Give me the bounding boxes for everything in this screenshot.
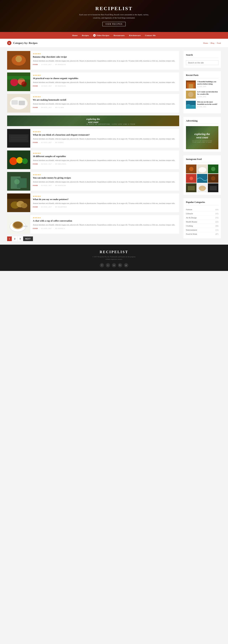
page-3-button[interactable]: 3 <box>18 236 23 241</box>
post-excerpt: Aenean interdum arcu blandit, vehicula m… <box>33 224 177 226</box>
instagram-cell[interactable] <box>208 174 218 183</box>
page-2-button[interactable]: 2 <box>13 236 17 241</box>
post-title[interactable]: You can make money by giving recipes <box>33 176 177 180</box>
category-item[interactable]: Food & Drink (87) <box>186 232 218 236</box>
breadcrumb-home[interactable]: Home <box>203 42 208 44</box>
instagram-cell[interactable] <box>197 183 207 192</box>
post-meta: FOOD / 09 JULY, 2017 / BY CLARA <box>33 106 177 108</box>
recent-post-title[interactable]: Did you see the most beautiful sea in th… <box>197 101 218 105</box>
advert-box[interactable]: exploring thewest coast 30 DAYS OF ADVEN… <box>186 126 218 149</box>
post-thumbnail <box>7 129 30 148</box>
post-author: BY CLARA <box>55 106 64 108</box>
nav-kitchenware[interactable]: Kitchenware <box>129 34 141 36</box>
instagram-grid <box>186 164 218 192</box>
instagram-cell[interactable] <box>208 183 218 192</box>
ad-banner-text: exploring thewest coast <box>86 118 100 124</box>
recent-post-thumbnail <box>186 90 196 98</box>
post-category: FOOD <box>33 64 38 66</box>
instagram-cell[interactable] <box>186 174 196 183</box>
nav-home[interactable]: Home <box>72 34 78 36</box>
instagram-cell[interactable] <box>186 183 196 192</box>
svg-point-48 <box>211 167 215 171</box>
next-page-button[interactable]: Next <box>23 236 33 241</box>
instagram-cell[interactable] <box>197 174 207 183</box>
post-title[interactable]: We are making homemade ravioli <box>33 98 177 102</box>
post-card: ★★★★★ 10 different samples of vegetables… <box>7 150 179 169</box>
page-1-button[interactable]: 1 <box>7 236 12 241</box>
instagram-cell[interactable] <box>208 164 218 174</box>
twitter-icon[interactable]: t <box>106 263 110 267</box>
ad-banner[interactable]: exploring thewest coast 30 DAYS OF ADVEN… <box>7 116 179 126</box>
instagram-cell[interactable] <box>186 164 196 174</box>
instagram-icon[interactable]: o <box>112 263 116 267</box>
footer-social: f t o G+ p <box>4 263 224 267</box>
nav-restaurants[interactable]: Restaurants <box>114 34 125 36</box>
google-plus-icon[interactable]: G+ <box>118 263 122 267</box>
post-title[interactable]: 10 different samples of vegetables <box>33 155 177 158</box>
main-navigation: Home Recipes ▶ Video Recipes Restaurants… <box>0 32 228 39</box>
post-title[interactable]: Banana-chip chocolate cake recipe <box>33 56 177 58</box>
category-title: Category by: Recipes <box>13 42 38 44</box>
breadcrumb: Home / Blog / Food <box>203 42 221 44</box>
nav-contact-me[interactable]: Contact Me <box>145 34 156 36</box>
category-item[interactable]: Clothing (66) <box>186 224 218 228</box>
search-input[interactable] <box>186 60 218 65</box>
post-meta: FOOD / 01 JULY, 2017 / BY JESSICA <box>33 228 177 229</box>
category-item[interactable]: Art & Design (31) <box>186 216 218 220</box>
pagination: 1 2 3 Next <box>7 236 179 241</box>
svg-point-18 <box>10 157 17 165</box>
category-item[interactable]: Health Beauty (22) <box>186 220 218 224</box>
pinterest-icon[interactable]: p <box>124 263 128 267</box>
post-date: 09 JULY, 2017 <box>41 106 52 108</box>
post-meta: FOOD / 10 JULY, 2017 / BY MATILDA <box>33 85 177 87</box>
post-rating: ★★★★★ <box>33 174 177 176</box>
post-title[interactable]: What do you think of a luxurious and ele… <box>33 134 177 136</box>
recent-post-title[interactable]: 5 Beautiful buildings you need to before… <box>197 80 218 85</box>
post-thumbnail <box>7 194 30 212</box>
post-author: BY JENNY <box>55 142 64 143</box>
breadcrumb-bar: R Category by: Recipes Home / Blog / Foo… <box>0 39 228 48</box>
post-title[interactable]: A chat with a cup of coffee conversation <box>33 220 177 222</box>
search-widget: Search <box>183 51 221 68</box>
post-excerpt: Aenean interdum arcu blandit, vehicula m… <box>33 138 177 140</box>
category-name: Health Beauty <box>186 221 197 223</box>
svg-point-58 <box>199 186 206 191</box>
svg-point-46 <box>198 167 206 172</box>
category-name: Clothing <box>186 225 193 227</box>
svg-rect-7 <box>7 76 30 80</box>
post-card: ★★★★★ A chat with a cup of coffee conver… <box>7 215 179 234</box>
recent-post-item: 5 Beautiful buildings you need to before… <box>186 80 218 88</box>
post-title[interactable]: 10 practical ways to choose organic vege… <box>33 77 177 80</box>
svg-point-40 <box>188 92 193 97</box>
post-content: ★★★★★ We are making homemade ravioli Aen… <box>30 94 179 110</box>
recent-post-info: 5 Beautiful buildings you need to before… <box>197 80 218 88</box>
category-count: (31) <box>215 217 218 219</box>
category-name: Lifestyle <box>186 212 193 214</box>
nav-recipes[interactable]: Recipes <box>82 34 89 36</box>
view-recipes-button[interactable]: VIEW RECIPES <box>102 22 126 26</box>
main-layout: ★★★★★ Banana-chip chocolate cake recipe … <box>0 48 228 245</box>
popular-categories-widget: Popular Categories Fahsion (21) Lifestyl… <box>183 198 221 238</box>
post-rating: ★★★★★ <box>33 96 177 98</box>
instagram-cell[interactable] <box>197 164 207 174</box>
post-card: ★★★★★ You can make money by giving recip… <box>7 172 179 190</box>
recent-posts-title: Recent Posts <box>186 74 218 78</box>
category-name: Art & Design <box>186 216 197 219</box>
category-count: (66) <box>215 225 218 227</box>
recent-post-title[interactable]: Let's make an introduction for creative … <box>197 90 218 95</box>
breadcrumb-blog[interactable]: Blog <box>210 42 214 44</box>
category-item[interactable]: Lifestyle (15) <box>186 212 218 216</box>
svg-rect-21 <box>7 150 30 155</box>
svg-rect-10 <box>12 100 18 105</box>
svg-rect-35 <box>23 226 28 227</box>
category-item[interactable]: Entertainment (11) <box>186 228 218 232</box>
facebook-icon[interactable]: f <box>100 263 104 267</box>
post-thumbnail <box>7 94 30 113</box>
recent-post-info: Let's make an introduction for creative … <box>197 90 218 98</box>
hero-content: RECIPELIST Each year we've hosted the Be… <box>78 6 150 26</box>
post-title[interactable]: What do you say we make potatoes? <box>33 198 177 201</box>
svg-point-20 <box>22 158 28 164</box>
category-item[interactable]: Fahsion (21) <box>186 208 218 212</box>
nav-video-recipes[interactable]: ▶ Video Recipes <box>93 34 109 36</box>
recent-post-thumbnail <box>186 101 196 109</box>
